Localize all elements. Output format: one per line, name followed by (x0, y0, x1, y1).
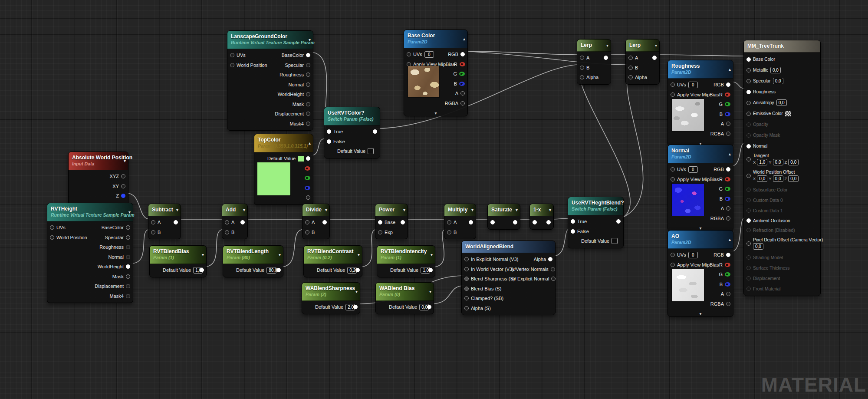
pin-exp-in[interactable] (378, 230, 382, 234)
pin-b-out[interactable] (725, 197, 730, 201)
mm-tree-trunk-row10-value-0[interactable]: 0,0 (757, 175, 767, 182)
pin-roughness-in[interactable] (746, 90, 751, 94)
ao-row0-value[interactable]: 0 (688, 252, 698, 258)
expand-chevron-icon[interactable]: ▾ (668, 310, 733, 317)
pin-a-in[interactable] (628, 56, 633, 60)
pin-specular-out[interactable] (306, 63, 310, 67)
pin-uvs-in[interactable] (671, 167, 675, 171)
pin-in-0-in[interactable] (490, 220, 495, 224)
pin-true-in[interactable] (571, 219, 575, 224)
pin-shading-model-in[interactable] (746, 255, 751, 260)
divide-header[interactable]: Divide▾ (302, 204, 329, 216)
pin-r-out[interactable] (725, 177, 730, 181)
pin-a-in[interactable] (580, 56, 584, 60)
pin-r-out[interactable] (725, 263, 730, 267)
pin-displacement-out[interactable] (306, 112, 310, 116)
pin-specular-in[interactable] (746, 79, 751, 83)
base-color-header[interactable]: Base ColorParam2D▴ (404, 30, 467, 48)
pin-rgb-out[interactable] (726, 82, 730, 87)
node-power[interactable]: Power▾BaseExp (375, 204, 408, 239)
pin-out-0-out[interactable] (353, 305, 358, 309)
node-wa-blend-bias[interactable]: WABlend BiasParam (0)▾Default Value0,0 (375, 282, 434, 314)
rvt-blend-contrast-header[interactable]: RVTBlendContrastParam (0.2)▾ (304, 246, 362, 264)
pin-ambient-occlusion-in[interactable] (746, 218, 751, 223)
collapse-chevron-icon[interactable]: ▾ (606, 43, 608, 48)
lerp-1-header[interactable]: Lerp▾ (577, 40, 611, 52)
node-lerp-2[interactable]: Lerp▾ABAlpha (625, 39, 660, 85)
pin-out-0-out[interactable] (604, 56, 608, 60)
pin-basecolor-out[interactable] (306, 53, 310, 57)
pin-displacement-out[interactable] (126, 284, 130, 288)
pin-opacity-in[interactable] (746, 122, 751, 127)
pin-true-in[interactable] (327, 129, 331, 134)
pin-out-4-out[interactable] (306, 195, 310, 200)
mm-tree-trunk-row9-value-2[interactable]: 0,0 (788, 159, 799, 165)
pin-clamped-sb-in[interactable] (464, 296, 469, 300)
pin-a-out[interactable] (726, 206, 730, 211)
pin-out-0-out[interactable] (513, 220, 517, 224)
node-rvt-blend-bias[interactable]: RVTBlendBiasParam (1)▾Default Value1,0 (149, 245, 207, 277)
pin-anisotropy-in[interactable] (746, 101, 751, 105)
normal-row0-value[interactable]: 0 (688, 166, 698, 173)
add-header[interactable]: Add▾ (222, 204, 247, 216)
collapse-chevron-icon[interactable]: ▾ (471, 208, 473, 212)
emissive-checker-swatch[interactable] (785, 111, 791, 116)
roughness-row0-value[interactable]: 0 (688, 82, 698, 88)
pin-a-out[interactable] (726, 292, 730, 296)
one-minus-x-header[interactable]: 1-x▾ (530, 204, 553, 216)
pin-base-color-in[interactable] (746, 57, 751, 62)
pin-rgba-out[interactable] (726, 302, 730, 306)
collapse-chevron-icon[interactable]: ▾ (358, 252, 360, 257)
wa-blend-sharpness-header[interactable]: WABlendSharpnessParam (2)▾ (302, 283, 360, 301)
pin-tangent-in[interactable] (746, 157, 751, 162)
mm-tree-trunk-row4-value[interactable]: 0,0 (776, 99, 787, 106)
node-rvt-blend-contrast[interactable]: RVTBlendContrastParam (0.2)▾Default Valu… (303, 245, 362, 277)
pin-alpha-in[interactable] (628, 75, 633, 79)
mm-tree-trunk-row9-value-0[interactable]: 1,0 (757, 159, 767, 165)
pin-subsurface-color-in[interactable] (746, 188, 751, 192)
mm-tree-trunk-row16-value[interactable]: 0,0 (753, 243, 763, 250)
pin-z-out[interactable] (121, 194, 125, 198)
pin-pixel-depth-offset-camera-vector-in[interactable] (746, 241, 751, 246)
collapse-chevron-icon[interactable]: ▾ (325, 208, 327, 212)
pin-out-0-out[interactable] (427, 305, 431, 309)
node-mm-tree-trunk[interactable]: MM_TreeTrunkBase ColorMetallic0,0Specula… (743, 40, 821, 296)
pin-rgba-out[interactable] (726, 132, 730, 136)
node-roughness[interactable]: RoughnessParam2D▴UVs0RGBApply View MipBi… (667, 60, 733, 147)
pin-mask4-out[interactable] (306, 122, 310, 126)
pin-r-out[interactable] (460, 62, 465, 66)
pin-refraction-disabled-in[interactable] (746, 228, 751, 232)
pin-uvs-in[interactable] (671, 253, 675, 257)
pin-b-in[interactable] (580, 66, 584, 70)
pin-uvs-in[interactable] (50, 225, 54, 230)
wire-base-color-rgb-to-lerp-1-a[interactable] (464, 51, 579, 55)
pin-w-explicit-normal-out[interactable] (551, 277, 556, 281)
pin-out-0-out[interactable] (276, 268, 281, 272)
lanscape-ground-color-header[interactable]: LanscapeGroundColorRuntime Virtual Textu… (227, 31, 313, 49)
node-subtract[interactable]: Subtract▾AB (148, 204, 181, 239)
multiply-header[interactable]: Multiply▾ (444, 204, 476, 216)
pin-rgb-out[interactable] (726, 253, 730, 257)
wire-rvt-height-worldheight-to-subtract-b[interactable] (131, 229, 150, 264)
pin-rgb-out[interactable] (726, 167, 730, 171)
rvt-blend-bias-header[interactable]: RVTBlendBiasParam (1)▾ (150, 246, 206, 264)
saturate-header[interactable]: Saturate▾ (488, 204, 520, 216)
node-rvt-blend-intencity[interactable]: RVTBlendIntencityParam (1)▾Default Value… (377, 245, 435, 277)
node-base-color[interactable]: Base ColorParam2D▴UVs0RGBApply View MipB… (404, 30, 468, 116)
pin-a-in[interactable] (225, 220, 229, 224)
pin-uvs-in[interactable] (407, 52, 411, 56)
node-top-color[interactable]: TopColorParam (0.359,1,0.315,1)▴Default … (254, 134, 313, 205)
pin-in-world-vector-v3-in[interactable] (464, 267, 469, 271)
pin-a-out[interactable] (726, 122, 730, 126)
pin-out-3-out[interactable] (305, 186, 310, 190)
pin-w-vertex-normals-out[interactable] (551, 267, 555, 271)
pin-b-out[interactable] (725, 282, 730, 287)
pin-metallic-in[interactable] (746, 68, 751, 73)
collapse-chevron-icon[interactable]: ▴ (729, 237, 731, 242)
wire-wa-blend-bias-out-to-world-aligned-blend-blendbias[interactable] (431, 286, 464, 304)
pin-world-position-offset-in[interactable] (746, 174, 751, 178)
wire-lerp-2-out-to-mm-tree-trunk-basecolor[interactable] (657, 55, 745, 56)
pin-out-0-out[interactable] (428, 268, 433, 272)
pin-xyz-out[interactable] (121, 174, 125, 178)
pin-mask-out[interactable] (126, 274, 130, 279)
